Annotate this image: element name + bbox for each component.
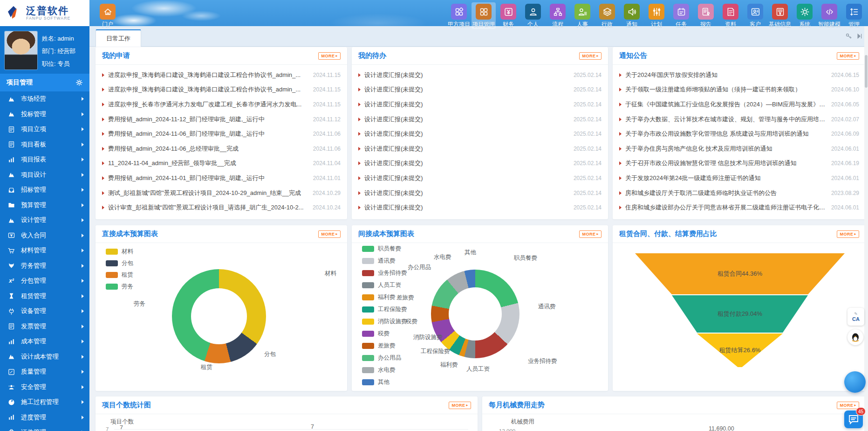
list-item[interactable]: 关于2024年国庆节放假安排的通知2024.06.15 [613,68,866,83]
list-item[interactable]: 设计进度汇报(未提交)2025.02.14 [352,200,608,215]
legend-item[interactable]: 水电费 [362,366,396,374]
sidebar-item-person-badge[interactable]: 安全管理 [0,380,89,395]
legend-item[interactable]: 人员工资 [362,281,401,289]
more-button[interactable]: MORE▸ [449,402,471,409]
module-sliders[interactable]: 计划 [644,2,669,29]
sidebar-item-tray[interactable]: 招标管理 [0,182,89,198]
sidebar-item-cart[interactable]: 材料管理 [0,243,89,258]
list-item[interactable]: 设计进度汇报(未提交)2025.02.14 [352,141,608,156]
module-speaker[interactable]: 通知 [620,2,644,29]
sidebar-item-peak[interactable]: 设计成本管理 [0,349,89,365]
key-icon[interactable] [845,33,852,42]
module-person[interactable]: 个人 [521,2,545,29]
legend-item[interactable]: 职员餐费 [362,245,401,253]
sidebar-item-fox[interactable]: 劳务管理 [0,258,89,274]
list-item[interactable]: 关于举办大数据、云计算技术在城市建设、规划、管理与服务中的应用培训班...202… [613,112,866,127]
more-button[interactable]: MORE▸ [318,230,341,238]
skip-forward-icon[interactable] [856,33,863,42]
module-doc-mic[interactable]: 报告 [694,2,718,29]
legend-item[interactable]: 差旅费 [362,342,396,350]
list-item[interactable]: 11_2024-11-04_admin_经营部_领导审批__完成2024.11.… [96,156,347,171]
list-item[interactable]: 测试_彭祖新城“四馆”景观工程设计项目_2024-10-29_admin_结束_… [96,186,347,201]
module-org-chart[interactable]: 流程 [546,2,570,29]
ca-login-widget[interactable]: ✎ CA [847,308,864,326]
sidebar-item-pencil-box[interactable]: 质量管理 [0,364,89,380]
module-doc[interactable]: 资料 [718,2,743,29]
legend-item[interactable]: 工程保险费 [362,306,407,313]
list-item[interactable]: 房和城乡建设厅关于取消二级建造师临时执业证书的公告2023.08.29 [613,186,866,201]
legend-item[interactable]: 办公用品 [362,354,401,362]
list-item[interactable]: 住房和城乡建设部办公厅关于同意吉林省开展二级建造师注册证书电子化试点...202… [613,200,866,215]
sidebar-item-yen-card[interactable]: 收入合同 [0,228,89,243]
module-yen-box[interactable]: 财务 [496,2,520,29]
more-button[interactable]: MORE▸ [837,52,859,60]
sidebar-item-bars[interactable]: 成本管理 [0,334,89,349]
list-item[interactable]: 关于举办住房与房地产信息化 技术及应用培训班的通知2024.06.01 [613,141,866,156]
qq-contact-widget[interactable] [847,329,863,345]
list-item[interactable]: 设计进度汇报(未提交)2025.02.14 [352,126,608,141]
sidebar-section-header[interactable]: 项目管理 [0,74,89,91]
legend-item[interactable]: 福利费 [362,293,396,301]
list-item[interactable]: 设计进度汇报(未提交)2025.02.14 [352,186,608,201]
list-item[interactable]: 关于举办市政公用设施数字化管理信息 系统建设与应用培训班的通知2024.06.0… [613,126,866,141]
list-item[interactable]: 费用报销_admin_2024-11-06_总经理审批__完成2024.11.0… [96,141,347,156]
sidebar-item-doc-lines[interactable]: 项目立项 [0,122,89,137]
more-button[interactable]: MORE▸ [318,52,341,60]
module-layers[interactable]: 行政 [595,2,619,29]
legend-item[interactable]: 租赁 [106,271,133,279]
sidebar-item-peak[interactable]: 项目设计 [0,167,89,183]
scrollbar[interactable] [864,26,868,431]
sidebar-item-circle-dot[interactable]: 施工过程管理 [0,395,89,410]
tab-daily-work[interactable]: 日常工作 [96,29,141,47]
list-item[interactable]: 设计进度汇报(未提交)2025.02.14 [352,171,608,186]
assistant-widget[interactable] [844,371,866,393]
list-item[interactable]: 设计进度汇报(未提交)2025.02.14 [352,68,608,83]
module-people-card[interactable]: 客户 [743,2,767,29]
sidebar-item-peak[interactable]: 设计管理 [0,213,89,228]
list-item[interactable]: 关于发放2024年第24批一级建造师注册证书的通知2024.06.01 [613,171,866,186]
legend-item[interactable]: 业务招待费 [362,269,407,277]
legend-item[interactable]: 分包 [106,259,133,267]
scrollbar-thumb[interactable] [865,55,868,88]
funnel-segment[interactable]: 租赁结算26.6% [697,334,783,367]
list-item[interactable]: 设计审查_彭祖新城“四馆”景观工程设计项目_请选择_胡广生_2024-10-2.… [96,200,347,215]
sidebar-item-bars[interactable]: 项目报表 [0,152,89,167]
sidebar-item-doc-lines[interactable]: 项目看板 [0,137,89,153]
list-item[interactable]: 进度款申报_长春市伊通河水力发电厂改建工程_长春市伊通河水力发电...2024.… [96,97,347,112]
gear-icon[interactable] [75,79,83,86]
list-item[interactable]: 设计进度汇报(未提交)2025.02.14 [352,97,608,112]
sidebar-item-bars[interactable]: 进度管理 [0,410,89,425]
more-button[interactable]: MORE▸ [837,402,859,409]
module-task-box[interactable]: 任务 [669,2,693,29]
more-button[interactable]: MORE▸ [837,230,859,238]
user-avatar[interactable] [5,31,37,70]
legend-item[interactable]: 通讯费 [362,257,396,265]
list-item[interactable]: 进度款申报_珠海鹤港口建设_珠海鹤港口建设工程合作协议书_admin_...20… [96,68,347,83]
list-item[interactable]: 于征集《中国建筑施工行业信息化发展报告（2024）—BIM应用与发展》材料...… [613,97,866,112]
funnel-segment[interactable]: 租赁合同44.36% [635,253,845,294]
legend-item[interactable]: 材料 [106,248,133,256]
list-item[interactable]: 费用报销_admin_2024-11-01_部门经理审批_胡建,_运行中2024… [96,171,347,186]
module-list-arrows[interactable]: 管理 [842,2,866,29]
funnel-segment[interactable]: 租赁付款29.04% [672,295,808,333]
chat-widget[interactable]: 45 [844,410,863,428]
legend-item[interactable]: 消防设施费 [362,318,407,326]
module-code[interactable]: 智能建模 [817,2,841,29]
list-item[interactable]: 费用报销_admin_2024-11-06_部门经理审批_胡建,_运行中2024… [96,126,347,141]
more-button[interactable]: MORE▸ [579,52,601,60]
module-grid4[interactable]: 项目管理 [472,2,496,29]
sidebar-item-peak[interactable]: 投标管理 [0,107,89,122]
module-person-lines[interactable]: 人事 [570,2,595,29]
legend-item[interactable]: 其他 [362,378,390,386]
list-item[interactable]: 设计进度汇报(未提交)2025.02.14 [352,156,608,171]
list-item[interactable]: 设计进度汇报(未提交)2025.02.14 [352,112,608,127]
module-gear[interactable]: 系统 [793,2,817,29]
sidebar-item-id-card[interactable]: 证件管理 [0,425,89,431]
sidebar-item-peak[interactable]: 市场经营 [0,91,89,107]
list-item[interactable]: 进度款申报_珠海鹤港口建设_珠海鹤港口建设工程合作协议书_admin_...20… [96,83,347,97]
legend-item[interactable]: 劳务 [106,283,133,291]
sidebar-item-plug[interactable]: 设备管理 [0,304,89,319]
module-grid-diamond[interactable]: 甲方项目 [447,2,471,29]
list-item[interactable]: 费用报销_admin_2024-11-12_部门经理审批_胡建,_运行中2024… [96,112,347,127]
sidebar-item-doc-lines[interactable]: 发票管理 [0,319,89,334]
